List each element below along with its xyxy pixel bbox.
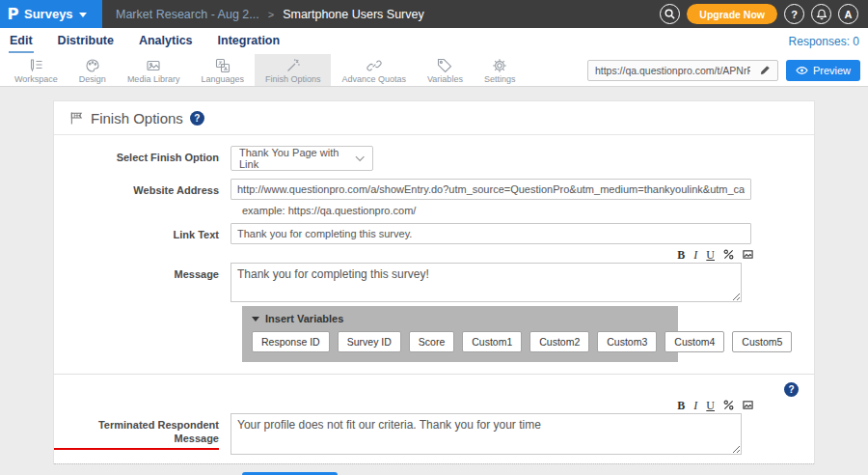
italic-button[interactable]: I [693, 400, 697, 411]
insert-variables-buttons: Response ID Survey ID Score Custom1 Cust… [242, 329, 678, 362]
var-custom3-button[interactable]: Custom3 [597, 331, 657, 352]
insert-variables-title: Insert Variables [265, 313, 343, 324]
tab-integration[interactable]: Integration [217, 29, 282, 53]
var-survey-id-button[interactable]: Survey ID [338, 331, 401, 352]
pencil-icon [760, 65, 771, 75]
responses-count[interactable]: Responses: 0 [789, 35, 859, 48]
tab-distribute[interactable]: Distribute [57, 29, 115, 53]
finish-option-label: Select Finish Option [54, 146, 231, 165]
magic-wand-icon [285, 58, 301, 73]
edit-url-button[interactable] [754, 61, 777, 80]
bell-icon [816, 9, 827, 20]
image-icon [146, 58, 161, 73]
content-area: Finish Options ? Select Finish Option Th… [0, 87, 868, 475]
insert-image-button[interactable] [743, 249, 753, 260]
website-address-hint: example: https://qa.questionpro.com/ [242, 205, 814, 216]
finish-option-row: Select Finish Option Thank You Page with… [54, 146, 814, 171]
toolbar-item-settings[interactable]: Settings [474, 54, 527, 86]
terminated-message-row: Terminated Respondent Message Your profi… [54, 413, 814, 455]
tag-icon [437, 58, 452, 73]
pencil-list-icon [28, 58, 43, 73]
chevron-down-icon [79, 13, 87, 17]
app-window: P Surveys Market Research - Aug 2... > S… [0, 0, 868, 475]
var-custom5-button[interactable]: Custom5 [732, 331, 792, 352]
terminated-message-textarea[interactable]: Your profile does not fit our criteria. … [231, 413, 742, 455]
main-nav-tabs: Edit Distribute Analytics Integration Re… [0, 28, 868, 54]
toolbar-item-workspace[interactable]: Workspace [4, 54, 68, 86]
message-row: Message Thank you for completing this su… [54, 263, 814, 302]
translate-icon [215, 58, 231, 73]
link-text-label: Link Text [54, 223, 231, 242]
survey-url-box [587, 60, 778, 81]
link-text-row: Link Text [54, 223, 814, 244]
finish-options-help-icon[interactable]: ? [190, 111, 204, 126]
toolbar-item-variables[interactable]: Variables [417, 54, 474, 86]
message-textarea[interactable]: Thank you for completing this survey! [231, 263, 742, 302]
finish-option-select[interactable]: Thank You Page with Link [231, 146, 373, 171]
bold-button[interactable]: B [677, 400, 685, 411]
palette-icon [85, 58, 100, 73]
website-address-input[interactable] [231, 179, 751, 200]
top-header-bar: P Surveys Market Research - Aug 2... > S… [0, 0, 868, 28]
toolbar-item-media-library[interactable]: Media Library [117, 54, 191, 86]
toolbar-item-advance-quotas[interactable]: Advance Quotas [331, 54, 417, 86]
breadcrumb-folder[interactable]: Market Research - Aug 2... [116, 8, 259, 21]
link-text-input[interactable] [231, 223, 751, 244]
eye-icon [796, 66, 808, 75]
dotted-separator [54, 463, 814, 464]
upgrade-now-button[interactable]: Upgrade Now [687, 4, 777, 24]
message-label: Message [54, 263, 231, 282]
var-response-id-button[interactable]: Response ID [252, 331, 330, 352]
insert-image-button[interactable] [743, 400, 753, 410]
collapse-caret-icon [252, 317, 259, 321]
search-button[interactable] [660, 4, 680, 24]
var-custom1-button[interactable]: Custom1 [462, 331, 522, 352]
insert-variables-toggle[interactable]: Insert Variables [242, 306, 678, 329]
terminated-message-label: Terminated Respondent Message [54, 413, 231, 450]
chevron-down-icon [355, 155, 365, 162]
italic-button[interactable]: I [693, 249, 697, 261]
finish-options-form: Select Finish Option Thank You Page with… [54, 135, 814, 475]
var-score-button[interactable]: Score [409, 331, 454, 352]
link-button[interactable] [723, 400, 734, 410]
breadcrumb: Market Research - Aug 2... > Smartphone … [102, 0, 424, 28]
underline-button[interactable]: U [706, 400, 715, 411]
terminated-help-row: ? [54, 375, 814, 399]
var-custom4-button[interactable]: Custom4 [665, 331, 724, 352]
tab-edit[interactable]: Edit [9, 29, 34, 53]
surveys-product-menu[interactable]: P Surveys [0, 0, 102, 28]
var-custom2-button[interactable]: Custom2 [529, 331, 589, 352]
header-actions: Upgrade Now ? A [660, 0, 868, 28]
tab-analytics[interactable]: Analytics [138, 29, 194, 53]
chain-link-icon [366, 58, 382, 73]
survey-url-input[interactable] [588, 65, 754, 76]
edit-toolbar: Workspace Design Media Library Languages… [0, 54, 868, 87]
message-editor-toolbar: B I U [242, 248, 753, 261]
insert-variables-panel: Insert Variables Response ID Survey ID S… [242, 306, 678, 362]
breadcrumb-survey-name: Smartphone Users Survey [283, 8, 424, 21]
notifications-button[interactable] [811, 4, 831, 24]
website-address-row: Website Address [54, 179, 814, 200]
user-avatar[interactable]: A [838, 4, 858, 24]
product-name: Surveys [24, 7, 73, 21]
finish-options-panel: Finish Options ? Select Finish Option Th… [53, 100, 815, 464]
toolbar-item-finish-options[interactable]: Finish Options [255, 54, 332, 86]
preview-button[interactable]: Preview [786, 60, 860, 81]
flag-icon [69, 111, 84, 126]
terminated-editor-toolbar: B I U [242, 399, 753, 411]
help-button[interactable]: ? [784, 4, 804, 24]
questionpro-logo-icon: P [7, 6, 18, 23]
website-address-label: Website Address [54, 179, 231, 198]
breadcrumb-separator: > [268, 9, 274, 20]
bold-button[interactable]: B [677, 249, 685, 261]
gear-icon [492, 58, 507, 73]
page-title: Finish Options [91, 110, 183, 126]
underline-button[interactable]: U [706, 249, 715, 261]
toolbar-item-design[interactable]: Design [68, 54, 117, 86]
link-button[interactable] [723, 249, 734, 260]
panel-header: Finish Options ? [54, 101, 814, 135]
search-icon [664, 8, 676, 20]
terminated-help-icon[interactable]: ? [784, 382, 799, 397]
toolbar-right-actions: Preview [587, 54, 868, 86]
toolbar-item-languages[interactable]: Languages [190, 54, 255, 86]
